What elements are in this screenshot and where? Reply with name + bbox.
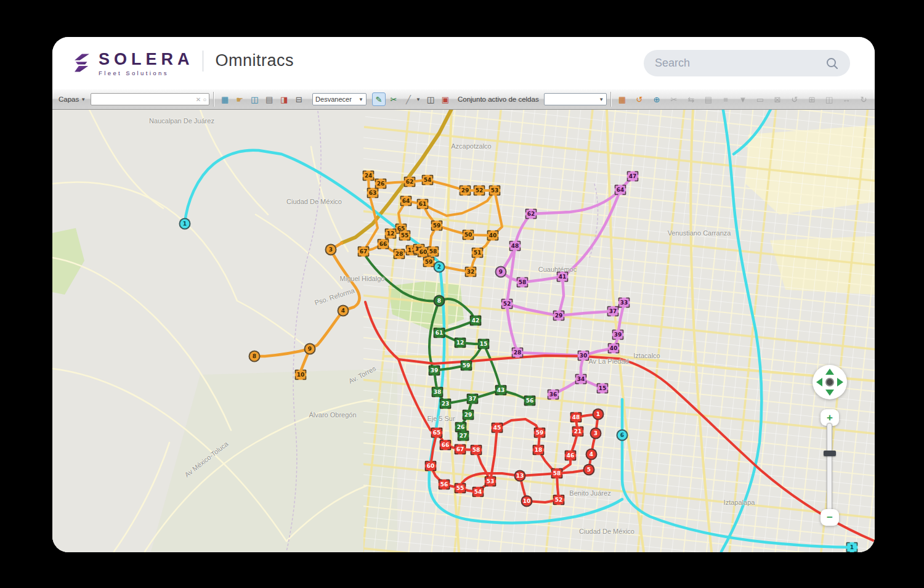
route-stop-marker-orange[interactable]: 32 bbox=[465, 267, 477, 277]
route-stop-marker-orange[interactable]: 53 bbox=[489, 186, 501, 196]
route-stop-marker-pink[interactable]: 40 bbox=[608, 343, 620, 354]
route-stop-marker-red[interactable]: 4 bbox=[586, 449, 598, 460]
route-stop-marker-green[interactable]: 42 bbox=[470, 316, 482, 326]
route-stop-marker-pink[interactable]: 9 bbox=[495, 266, 507, 278]
route-stop-marker-orange[interactable]: 61 bbox=[417, 199, 429, 210]
route-stop-marker-green[interactable]: 29 bbox=[463, 410, 474, 420]
cells-badge-icon[interactable]: ▣ bbox=[439, 92, 452, 106]
route-stop-marker-orange[interactable]: 29 bbox=[460, 186, 471, 196]
search-icon[interactable] bbox=[825, 57, 839, 70]
route-stop-marker-pink[interactable]: 37 bbox=[607, 306, 619, 317]
route-stop-marker-cyan[interactable]: 6 bbox=[617, 430, 628, 441]
route-stop-marker-orange[interactable]: 12 bbox=[385, 229, 397, 239]
route-stop-marker-orange[interactable]: 50 bbox=[463, 230, 474, 240]
toolbar-search-input[interactable] bbox=[94, 95, 194, 104]
route-stop-marker-red[interactable]: 66 bbox=[440, 440, 452, 451]
route-stop-marker-red[interactable]: 18 bbox=[533, 445, 545, 455]
route-stop-marker-green[interactable]: 8 bbox=[434, 295, 445, 307]
pan-left-icon[interactable] bbox=[816, 378, 822, 386]
route-stop-marker-orange[interactable]: 40 bbox=[487, 231, 499, 241]
route-stop-marker-red[interactable]: 58 bbox=[471, 445, 482, 455]
colored-map-icon[interactable]: ▦ bbox=[615, 92, 629, 106]
map-canvas[interactable]: Naucalpan De JuárezAzcapotzalcoCiudad De… bbox=[52, 110, 875, 552]
route-stop-marker-orange[interactable]: 4 bbox=[338, 305, 349, 317]
route-stop-marker-red[interactable]: 67 bbox=[455, 444, 466, 455]
route-stop-marker-orange[interactable]: 58 bbox=[428, 247, 439, 257]
route-stop-marker-red[interactable]: 53 bbox=[485, 476, 496, 487]
route-stop-marker-orange[interactable]: 59 bbox=[431, 221, 443, 231]
route-stop-marker-pink[interactable]: 28 bbox=[512, 348, 524, 358]
route-stop-marker-orange[interactable]: 9 bbox=[304, 343, 316, 355]
active-cells-select[interactable]: ▼ bbox=[544, 93, 607, 105]
route-stop-marker-red[interactable]: 65 bbox=[431, 428, 443, 438]
route-stop-marker-red[interactable]: 1 bbox=[593, 409, 604, 420]
route-stop-marker-green[interactable]: 12 bbox=[455, 338, 466, 348]
route-stop-marker-pink[interactable]: 33 bbox=[618, 298, 630, 308]
route-stop-marker-pink[interactable]: 64 bbox=[615, 185, 626, 195]
route-stop-marker-orange[interactable]: 55 bbox=[399, 231, 411, 241]
lasso-select-icon[interactable]: ↺ bbox=[633, 92, 646, 106]
route-stop-marker-red[interactable]: 13 bbox=[514, 470, 526, 482]
route-stop-marker-red[interactable]: 3 bbox=[590, 428, 602, 439]
route-stop-marker-red[interactable]: 21 bbox=[572, 427, 584, 437]
map-pan-control[interactable] bbox=[813, 365, 847, 399]
route-stop-marker-pink[interactable]: 48 bbox=[509, 241, 521, 251]
chevron-down-icon[interactable]: ▼ bbox=[81, 97, 86, 102]
clear-icon[interactable]: ✕ bbox=[196, 96, 201, 103]
route-stop-marker-orange[interactable]: 64 bbox=[400, 196, 412, 206]
zoom-slider-track[interactable] bbox=[827, 423, 832, 512]
magnifier-icon[interactable]: ○ bbox=[203, 96, 206, 103]
marker-drop-icon[interactable]: ▼ bbox=[736, 92, 750, 106]
route-stop-marker-green[interactable]: 43 bbox=[495, 385, 507, 396]
search-input[interactable]: Search bbox=[644, 50, 850, 76]
map-preview-icon[interactable]: ▦ bbox=[218, 92, 232, 106]
route-stop-marker-red[interactable]: 58 bbox=[551, 468, 563, 479]
route-stop-marker-green[interactable]: 59 bbox=[461, 361, 472, 371]
route-stop-marker-red[interactable]: 60 bbox=[425, 461, 437, 472]
route-stop-marker-cyan[interactable]: 1 bbox=[846, 542, 858, 553]
pan-down-icon[interactable] bbox=[825, 390, 834, 396]
route-stop-marker-pink[interactable]: 52 bbox=[501, 299, 513, 309]
route-stop-marker-pink[interactable]: 58 bbox=[517, 277, 529, 288]
vehicles-grid-icon[interactable]: ⊞ bbox=[805, 92, 819, 106]
route-stop-marker-orange[interactable]: 66 bbox=[378, 239, 389, 250]
route-stop-marker-red[interactable]: 54 bbox=[472, 487, 484, 497]
route-stop-marker-orange[interactable]: 10 bbox=[295, 370, 307, 380]
distance-icon[interactable]: ≡ bbox=[719, 92, 732, 106]
undo-icon[interactable]: ↺ bbox=[788, 92, 801, 106]
route-stop-marker-orange[interactable]: 62 bbox=[404, 177, 416, 187]
draw-polyline-icon[interactable]: ╱ bbox=[402, 92, 415, 106]
keyboard-icon[interactable]: ▤ bbox=[262, 92, 276, 106]
route-stop-marker-red[interactable]: 5 bbox=[583, 464, 595, 476]
route-stop-marker-red[interactable]: 10 bbox=[521, 496, 533, 507]
route-stop-marker-cyan[interactable]: 2 bbox=[434, 261, 445, 273]
route-stop-marker-pink[interactable]: 15 bbox=[597, 383, 609, 394]
route-stop-marker-pink[interactable]: 41 bbox=[557, 272, 569, 282]
chevron-down-icon[interactable]: ▼ bbox=[416, 97, 421, 102]
lock-icon[interactable]: ⊠ bbox=[771, 92, 784, 106]
layout-panel-icon[interactable]: ◨ bbox=[277, 92, 291, 106]
route-stop-marker-green[interactable]: 15 bbox=[478, 339, 490, 349]
route-stop-marker-orange[interactable]: 63 bbox=[367, 188, 379, 198]
toolbar-search-field[interactable]: ✕ ○ bbox=[91, 93, 209, 105]
route-stop-marker-red[interactable]: 59 bbox=[534, 428, 546, 438]
route-stop-marker-orange[interactable]: 24 bbox=[363, 171, 375, 181]
route-stop-marker-red[interactable]: 48 bbox=[570, 412, 582, 423]
route-stop-marker-pink[interactable]: 36 bbox=[548, 390, 559, 400]
refresh-icon[interactable]: ↻ bbox=[857, 92, 870, 106]
route-swap-icon[interactable]: ⇆ bbox=[684, 92, 698, 106]
route-stop-marker-pink[interactable]: 30 bbox=[578, 351, 590, 361]
pan-center-icon[interactable] bbox=[825, 378, 834, 386]
route-stop-marker-pink[interactable]: 47 bbox=[627, 171, 639, 182]
pan-right-icon[interactable] bbox=[837, 378, 843, 386]
truck-icon[interactable]: ▭ bbox=[753, 92, 767, 106]
route-stop-marker-red[interactable]: 52 bbox=[553, 495, 565, 505]
route-stop-marker-orange[interactable]: 52 bbox=[474, 186, 485, 196]
edit-route-icon[interactable]: ✎ bbox=[372, 92, 386, 106]
stops-list-icon[interactable]: ▤ bbox=[702, 92, 715, 106]
route-stop-marker-orange[interactable]: 28 bbox=[394, 249, 405, 259]
route-stop-marker-green[interactable]: 27 bbox=[458, 431, 469, 441]
pan-hand-icon[interactable]: ☛ bbox=[233, 92, 246, 106]
pan-up-icon[interactable] bbox=[825, 369, 834, 375]
route-stop-marker-red[interactable]: 45 bbox=[492, 423, 503, 433]
